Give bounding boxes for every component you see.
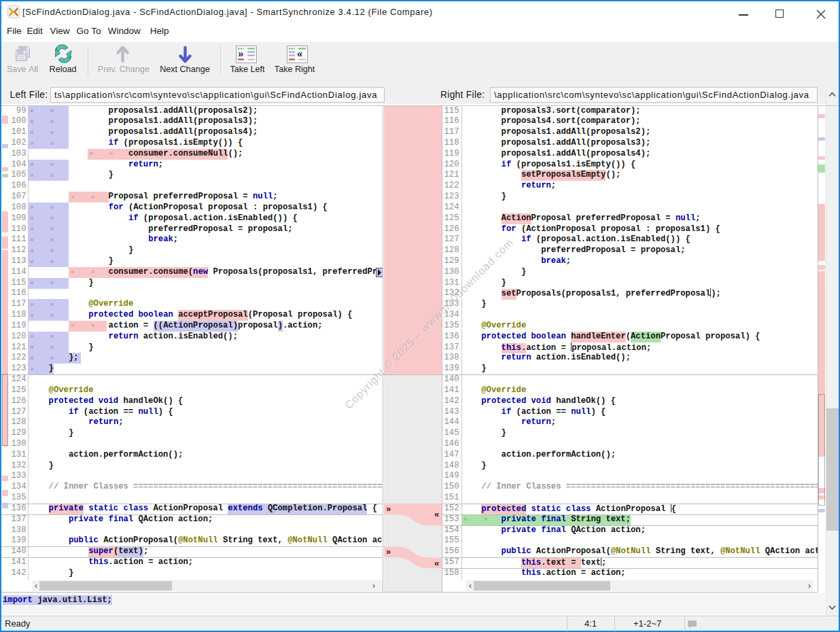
svg-text:«: « bbox=[297, 48, 302, 59]
svg-text:»: » bbox=[238, 48, 243, 59]
